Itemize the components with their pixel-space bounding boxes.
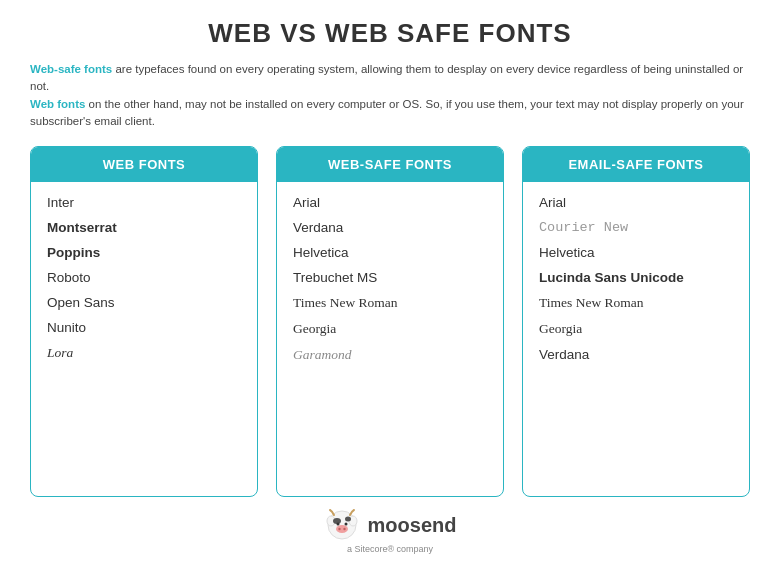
description-text-1: are typefaces found on every operating s… [30,63,743,92]
font-item: Times New Roman [293,292,487,314]
column-body-1: ArialVerdanaHelveticaTrebuchet MSTimes N… [277,182,503,496]
page: WEB VS WEB SAFE FONTS Web-safe fonts are… [0,0,780,570]
svg-point-5 [336,525,348,533]
svg-point-9 [344,523,347,526]
font-item: Courier New [539,217,733,238]
description-text-2: on the other hand, may not be installed … [30,98,744,127]
svg-point-8 [336,523,339,526]
font-item: Georgia [539,318,733,340]
font-item: Poppins [47,242,241,263]
svg-point-4 [345,517,351,522]
font-item: Verdana [539,344,733,365]
description-highlight-1: Web-safe fonts [30,63,112,75]
column-body-0: InterMontserratPoppinsRobotoOpen SansNun… [31,182,257,496]
column-1: WEB-SAFE FONTSArialVerdanaHelveticaTrebu… [276,146,504,497]
column-2: EMAIL-SAFE FONTSArialCourier NewHelvetic… [522,146,750,497]
font-item: Trebuchet MS [293,267,487,288]
font-item: Arial [539,192,733,213]
font-item: Montserrat [47,217,241,238]
font-item: Georgia [293,318,487,340]
font-item: Roboto [47,267,241,288]
font-item: Verdana [293,217,487,238]
footer-sub: a Sitecore® company [347,544,433,554]
font-item: Lora [47,342,241,364]
column-header-1: WEB-SAFE FONTS [277,147,503,182]
font-item: Nunito [47,317,241,338]
footer-logo: moosend [324,507,457,543]
font-item: Arial [293,192,487,213]
font-item: Open Sans [47,292,241,313]
font-item: Helvetica [539,242,733,263]
svg-point-7 [343,528,345,530]
column-0: WEB FONTSInterMontserratPoppinsRobotoOpe… [30,146,258,497]
font-item: Lucinda Sans Unicode [539,267,733,288]
font-item: Inter [47,192,241,213]
columns-container: WEB FONTSInterMontserratPoppinsRobotoOpe… [30,146,750,497]
font-item: Helvetica [293,242,487,263]
brand-name: moosend [368,514,457,537]
font-item: Times New Roman [539,292,733,314]
column-body-2: ArialCourier NewHelveticaLucinda Sans Un… [523,182,749,496]
moosend-logo-icon [324,507,360,543]
column-header-0: WEB FONTS [31,147,257,182]
column-header-2: EMAIL-SAFE FONTS [523,147,749,182]
svg-point-6 [338,528,340,530]
font-item: Garamond [293,344,487,366]
description-block: Web-safe fonts are typefaces found on ev… [30,61,750,130]
footer: moosend a Sitecore® company [324,507,457,558]
description-highlight-2: Web fonts [30,98,85,110]
page-title: WEB VS WEB SAFE FONTS [208,18,571,49]
